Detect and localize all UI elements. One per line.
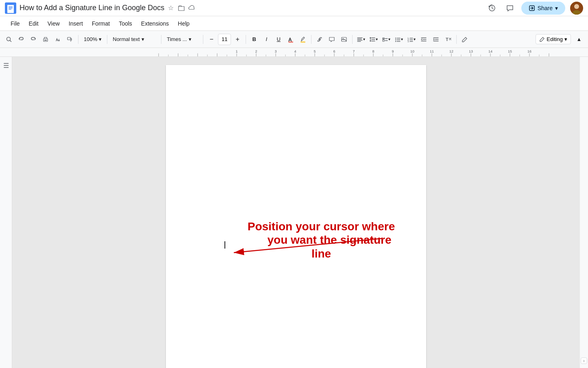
svg-point-17 [343,38,344,39]
svg-point-7 [574,4,579,9]
search-button[interactable] [3,33,15,45]
header-right: Share ▾ [486,2,583,15]
numbered-list-button[interactable]: 1.2.3. ▾ [405,33,417,45]
divider-2 [107,35,107,44]
svg-rect-3 [9,8,13,9]
comment-button[interactable] [326,33,338,45]
editing-mode-selector[interactable]: Editing ▾ [536,34,571,44]
svg-text:3.: 3. [407,40,409,43]
menu-insert[interactable]: Insert [65,19,87,28]
line-spacing-button[interactable]: ▾ [368,33,379,45]
svg-text:Position your cursor where: Position your cursor where [248,220,395,233]
zoom-caret: ▾ [99,36,102,42]
font-selector[interactable]: Times ... ▾ [164,33,200,45]
svg-rect-14 [288,41,293,42]
document-page: Position your cursor where you want the … [166,65,426,368]
svg-point-8 [573,10,581,15]
doc-scroll-area[interactable]: Position your cursor where you want the … [12,57,580,368]
paint-format-button[interactable] [64,33,76,45]
user-avatar[interactable] [570,2,583,15]
redo-button[interactable] [28,33,39,45]
share-caret: ▾ [555,5,558,11]
svg-line-28 [234,238,382,253]
collapse-panel-button[interactable]: › [581,357,587,364]
share-label: Share [538,5,553,11]
underline-button[interactable]: U [273,33,284,45]
star-icon[interactable]: ☆ [167,4,175,12]
indent-decrease-button[interactable] [418,33,429,45]
checklist-caret: ▾ [388,37,390,41]
font-size-display[interactable]: 11 [218,34,231,45]
ruler [0,48,588,57]
doc-title[interactable]: How to Add a Signature Line in Google Do… [20,4,164,13]
divider-8 [456,35,457,44]
editing-mode-label: Editing [547,36,563,42]
text-color-button[interactable]: A [285,33,296,45]
folder-icon[interactable] [177,4,185,12]
menu-view[interactable]: View [44,19,64,28]
clear-formatting-button[interactable]: T [442,33,454,45]
font-caret: ▾ [189,36,192,42]
checklist-button[interactable]: ▾ [380,33,392,45]
svg-text:line: line [311,247,331,260]
doc-title-area: How to Add a Signature Line in Google Do… [20,4,486,13]
indent-increase-button[interactable] [430,33,442,45]
svg-rect-11 [44,40,47,41]
menu-format[interactable]: Format [88,19,114,28]
text-cursor [224,241,225,249]
menu-edit[interactable]: Edit [25,19,43,28]
menu-tools[interactable]: Tools [115,19,136,28]
share-button[interactable]: Share ▾ [521,2,565,15]
title-bar: How to Add a Signature Line in Google Do… [0,0,588,16]
main-area: ☰ P [0,57,588,368]
menu-file[interactable]: File [7,19,24,28]
collapse-toolbar-button[interactable]: ▲ [573,33,585,45]
line-spacing-caret: ▾ [376,37,378,41]
spellcheck-button[interactable] [52,33,63,45]
comments-icon-btn[interactable] [503,2,516,15]
numbered-caret: ▾ [414,37,416,41]
divider-1 [78,35,78,44]
align-caret: ▾ [363,37,365,41]
svg-rect-15 [301,41,305,42]
font-size-decrease-button[interactable]: − [206,33,217,45]
paragraph-style-value: Normal text [113,36,139,42]
toolbar: 100% ▾ Normal text ▾ Times ... ▾ − 11 + … [0,31,588,48]
history-icon-btn[interactable] [486,2,499,15]
font-size-area: − 11 + [206,33,243,45]
undo-button[interactable] [15,33,27,45]
svg-text:T: T [446,37,449,42]
svg-text:you want the signature: you want the signature [268,234,392,246]
link-button[interactable] [314,33,325,45]
svg-rect-2 [9,6,13,7]
pen-button[interactable] [459,33,470,45]
italic-button[interactable]: I [261,33,272,45]
menu-extensions[interactable]: Extensions [137,19,173,28]
ruler-canvas [0,48,588,56]
divider-3 [161,35,161,44]
align-button[interactable]: ▾ [355,33,367,45]
paragraph-style-selector[interactable]: Normal text ▾ [110,33,159,45]
menu-bar: File Edit View Insert Format Tools Exten… [0,16,588,31]
highlight-button[interactable] [297,33,309,45]
zoom-selector[interactable]: 100% ▾ [81,33,105,45]
doc-content[interactable]: Position your cursor where you want the … [195,94,397,368]
divider-5 [246,35,246,44]
font-value: Times ... [167,36,187,42]
font-size-increase-button[interactable]: + [232,33,243,45]
menu-help[interactable]: Help [174,19,194,28]
right-panel: › [580,57,588,368]
svg-point-21 [395,39,396,40]
editing-caret: ▾ [564,36,567,42]
bold-button[interactable]: B [248,33,260,45]
paragraph-caret: ▾ [142,36,144,42]
bullet-list-button[interactable]: ▾ [393,33,405,45]
print-button[interactable] [40,33,51,45]
image-button[interactable] [338,33,350,45]
docs-logo-icon [5,2,16,14]
cloud-save-icon[interactable] [188,4,196,12]
bullet-caret: ▾ [401,37,403,41]
outline-icon[interactable]: ☰ [2,60,11,71]
svg-rect-4 [9,9,11,10]
divider-6 [311,35,311,44]
